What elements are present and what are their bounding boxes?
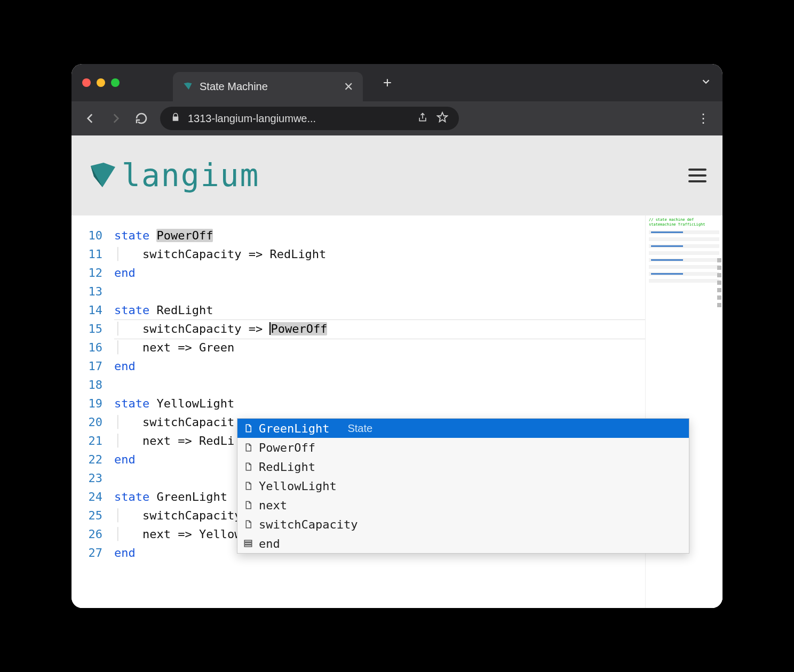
line-number: 25 <box>72 506 102 525</box>
code-line[interactable]: state YellowLight <box>114 394 722 413</box>
autocomplete-item[interactable]: PowerOff <box>237 438 689 457</box>
hamburger-menu-button[interactable] <box>688 169 706 182</box>
url-text: 1313-langium-langiumwe... <box>188 113 316 125</box>
autocomplete-item[interactable]: YellowLight <box>237 476 689 495</box>
back-button[interactable] <box>83 111 97 125</box>
reference-icon <box>243 481 253 491</box>
code-line[interactable]: │ switchCapacity => RedLight <box>114 245 722 263</box>
line-number: 18 <box>72 375 102 394</box>
autocomplete-label: RedLight <box>259 460 315 474</box>
reference-icon <box>243 500 253 510</box>
line-number-gutter: 101112131415161718192021222324252627 <box>72 215 114 608</box>
line-number: 22 <box>72 450 102 469</box>
line-number: 12 <box>72 263 102 282</box>
autocomplete-item[interactable]: RedLight <box>237 457 689 476</box>
code-line[interactable] <box>114 215 722 226</box>
minimap-block <box>649 230 719 241</box>
code-line[interactable] <box>114 375 722 394</box>
autocomplete-label: PowerOff <box>259 441 315 454</box>
line-number: 10 <box>72 226 102 245</box>
autocomplete-item[interactable]: switchCapacity <box>237 515 689 534</box>
browser-tab[interactable]: State Machine ✕ <box>173 72 363 101</box>
tab-favicon-icon <box>182 82 193 92</box>
code-line[interactable]: state PowerOff <box>114 226 722 245</box>
autocomplete-hint: State <box>347 422 372 435</box>
line-number <box>72 215 102 226</box>
code-line[interactable]: end <box>114 357 722 375</box>
lock-icon <box>171 113 180 125</box>
browser-window: State Machine ✕ + 1313-langium-langiumwe… <box>72 64 722 608</box>
address-bar[interactable]: 1313-langium-langiumwe... <box>160 107 459 130</box>
autocomplete-popup: GreenLightStatePowerOffRedLightYellowLig… <box>237 418 689 554</box>
tab-close-icon[interactable]: ✕ <box>344 80 353 94</box>
autocomplete-label: YellowLight <box>259 479 337 493</box>
reference-icon <box>243 461 253 472</box>
line-number: 19 <box>72 394 102 413</box>
code-editor[interactable]: 101112131415161718192021222324252627 sta… <box>72 215 722 608</box>
titlebar: State Machine ✕ + <box>72 64 722 101</box>
autocomplete-item[interactable]: GreenLightState <box>237 419 689 438</box>
autocomplete-label: next <box>259 499 287 512</box>
browser-menu-button[interactable]: ⋮ <box>697 111 711 126</box>
line-number: 14 <box>72 301 102 319</box>
autocomplete-item[interactable]: next <box>237 495 689 515</box>
url-bar: 1313-langium-langiumwe... ⋮ <box>72 101 722 135</box>
line-number: 21 <box>72 431 102 450</box>
line-number: 17 <box>72 357 102 375</box>
code-line[interactable]: │ next => Green <box>114 338 722 357</box>
autocomplete-item[interactable]: end <box>237 534 689 553</box>
langium-logo-icon <box>88 161 117 190</box>
reference-icon <box>243 423 253 434</box>
new-tab-button[interactable]: + <box>383 74 392 91</box>
reference-icon <box>243 442 253 453</box>
bookmark-star-icon[interactable] <box>436 111 448 126</box>
reference-icon <box>243 519 253 530</box>
minimap-block <box>649 272 719 283</box>
code-line[interactable]: │ switchCapacity => PowerOff <box>114 319 722 338</box>
line-number: 11 <box>72 245 102 263</box>
line-number: 15 <box>72 319 102 338</box>
line-number: 20 <box>72 413 102 431</box>
code-line[interactable] <box>114 282 722 301</box>
svg-rect-1 <box>244 543 252 545</box>
tab-title: State Machine <box>200 81 268 93</box>
minimap-block <box>649 244 719 255</box>
reload-button[interactable] <box>134 111 148 125</box>
keyword-icon <box>243 538 253 549</box>
line-number: 26 <box>72 525 102 543</box>
svg-rect-2 <box>244 545 252 547</box>
line-number: 16 <box>72 338 102 357</box>
share-icon[interactable] <box>417 112 428 125</box>
line-number: 23 <box>72 469 102 487</box>
tab-overflow-icon[interactable] <box>700 76 712 90</box>
line-number: 27 <box>72 543 102 562</box>
logo-text: langium <box>122 157 259 194</box>
minimap-block <box>649 258 719 269</box>
traffic-lights <box>82 78 120 87</box>
site-logo[interactable]: langium <box>88 157 259 194</box>
minimize-window-button[interactable] <box>97 78 105 87</box>
forward-button[interactable] <box>109 111 123 125</box>
svg-rect-0 <box>244 540 252 542</box>
line-number: 24 <box>72 487 102 506</box>
autocomplete-label: GreenLight <box>259 422 329 435</box>
autocomplete-label: end <box>259 537 280 550</box>
maximize-window-button[interactable] <box>111 78 120 87</box>
code-line[interactable]: end <box>114 263 722 282</box>
autocomplete-label: switchCapacity <box>259 518 358 531</box>
close-window-button[interactable] <box>82 78 91 87</box>
site-header: langium <box>72 135 722 215</box>
line-number: 13 <box>72 282 102 301</box>
minimap-header: // state machine def statemachine Traffi… <box>649 218 719 227</box>
code-line[interactable]: state RedLight <box>114 301 722 319</box>
